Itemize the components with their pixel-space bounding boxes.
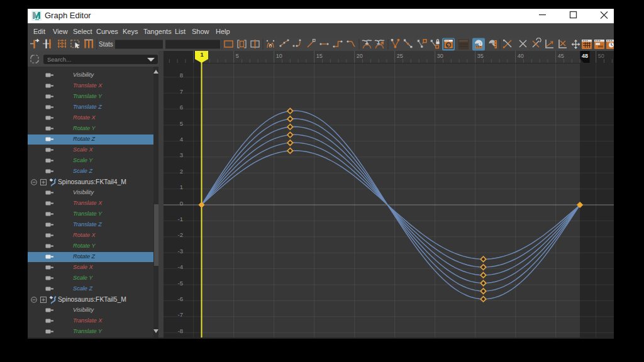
- svg-text:-8: -8: [178, 327, 183, 334]
- svg-text:1: 1: [180, 184, 183, 190]
- svg-text:8: 8: [180, 72, 183, 79]
- svg-text:50: 50: [598, 53, 604, 59]
- svg-text:25: 25: [397, 53, 403, 59]
- svg-text:-2: -2: [178, 231, 183, 238]
- svg-text:40: 40: [518, 53, 524, 59]
- svg-text:-5: -5: [178, 280, 183, 287]
- svg-text:-6: -6: [178, 295, 183, 302]
- svg-text:-3: -3: [178, 248, 183, 255]
- svg-text:35: 35: [477, 53, 484, 59]
- svg-text:-7: -7: [178, 311, 183, 318]
- svg-text:1: 1: [201, 52, 204, 58]
- svg-text:5: 5: [180, 120, 183, 127]
- svg-text:45: 45: [558, 53, 564, 59]
- svg-text:10: 10: [276, 53, 282, 59]
- svg-text:3: 3: [180, 151, 183, 158]
- svg-text:Stats: Stats: [99, 41, 113, 48]
- svg-text:30: 30: [437, 53, 443, 59]
- svg-text:0: 0: [180, 200, 183, 207]
- svg-text:48: 48: [582, 53, 588, 59]
- svg-text:4: 4: [180, 136, 183, 143]
- svg-text:-1: -1: [178, 216, 183, 222]
- svg-text:5: 5: [236, 53, 239, 59]
- svg-text:2: 2: [180, 168, 183, 175]
- svg-text:-4: -4: [178, 263, 183, 270]
- svg-text:15: 15: [316, 53, 323, 59]
- svg-text:20: 20: [357, 53, 363, 59]
- svg-text:7: 7: [180, 88, 183, 95]
- svg-text:6: 6: [180, 104, 183, 111]
